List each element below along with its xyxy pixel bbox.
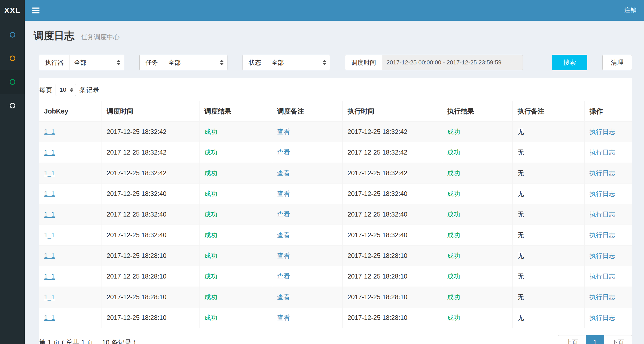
content-header: 调度日志 任务调度中心	[25, 21, 644, 43]
dispatch-remark-link[interactable]: 查看	[277, 252, 290, 259]
dispatch-result-text: 成功	[204, 293, 217, 301]
select-arrows-icon	[117, 60, 121, 65]
table-row: 1_1 2017-12-25 18:32:40 成功 查看 2017-12-25…	[39, 204, 632, 225]
table-row: 1_1 2017-12-25 18:28:10 成功 查看 2017-12-25…	[39, 266, 632, 287]
table-footer: 第 1 页 ( 总共 1 页， 10 条记录 ) 上页 1 下页	[39, 328, 632, 344]
app-logo[interactable]: XXL	[0, 0, 25, 21]
table-row: 1_1 2017-12-25 18:32:42 成功 查看 2017-12-25…	[39, 122, 632, 142]
hamburger-icon	[32, 8, 39, 13]
status-select[interactable]: 全部	[267, 55, 330, 70]
column-header-action[interactable]: 操作	[585, 101, 632, 122]
jobkey-link[interactable]: 1_1	[44, 231, 55, 239]
jobkey-link[interactable]: 1_1	[44, 273, 55, 280]
clear-button[interactable]: 清理	[602, 55, 632, 70]
jobkey-link[interactable]: 1_1	[44, 314, 55, 321]
exec-log-link[interactable]: 执行日志	[589, 190, 615, 197]
dispatch-time-text: 2017-12-25 18:32:42	[107, 149, 167, 156]
circle-outline-icon	[10, 79, 15, 85]
dispatch-remark-link[interactable]: 查看	[277, 314, 290, 321]
dispatch-remark-link[interactable]: 查看	[277, 293, 290, 301]
sidebar-item-1[interactable]	[0, 23, 25, 46]
dispatch-remark-link[interactable]: 查看	[277, 128, 290, 135]
job-filter-label: 任务	[139, 55, 164, 70]
job-select-value: 全部	[168, 58, 181, 67]
dispatch-remark-link[interactable]: 查看	[277, 273, 290, 280]
page-title: 调度日志 任务调度中心	[34, 30, 635, 43]
dispatch-result-text: 成功	[204, 211, 217, 218]
jobkey-link[interactable]: 1_1	[44, 169, 55, 177]
executor-select[interactable]: 全部	[70, 55, 124, 70]
exec-remark-text: 无	[518, 169, 524, 177]
exec-log-link[interactable]: 执行日志	[589, 169, 615, 177]
exec-time-text: 2017-12-25 18:28:10	[348, 252, 407, 259]
exec-result-text: 成功	[447, 314, 460, 321]
log-table-body: 1_1 2017-12-25 18:32:42 成功 查看 2017-12-25…	[39, 122, 632, 328]
dispatch-remark-link[interactable]: 查看	[277, 190, 290, 197]
exec-time-text: 2017-12-25 18:32:40	[348, 190, 407, 197]
exec-time-text: 2017-12-25 18:32:42	[348, 169, 407, 177]
exec-result-text: 成功	[447, 169, 460, 177]
time-range-input[interactable]	[382, 55, 523, 70]
status-select-value: 全部	[272, 58, 284, 67]
dispatch-time-text: 2017-12-25 18:28:10	[107, 293, 167, 301]
sidebar-item-2[interactable]	[0, 46, 25, 70]
search-button[interactable]: 搜索	[552, 55, 587, 70]
dispatch-remark-link[interactable]: 查看	[277, 169, 290, 177]
table-row: 1_1 2017-12-25 18:28:10 成功 查看 2017-12-25…	[39, 308, 632, 328]
page-1-button[interactable]: 1	[586, 335, 604, 344]
prev-page-button[interactable]: 上页	[558, 335, 586, 344]
exec-log-link[interactable]: 执行日志	[589, 149, 615, 156]
log-table-box: 每页 10 条记录 JobKey 调度时间 调度结果 调度备注 执行时间 执行结…	[39, 78, 632, 344]
sidebar-item-3[interactable]	[0, 70, 25, 94]
column-header-exec-result[interactable]: 执行结果	[442, 101, 513, 122]
jobkey-link[interactable]: 1_1	[44, 128, 55, 135]
jobkey-link[interactable]: 1_1	[44, 293, 55, 301]
executor-filter-label: 执行器	[39, 55, 70, 70]
jobkey-link[interactable]: 1_1	[44, 190, 55, 197]
exec-log-link[interactable]: 执行日志	[589, 293, 615, 301]
column-header-dispatch-time[interactable]: 调度时间	[102, 101, 200, 122]
column-header-dispatch-remark[interactable]: 调度备注	[272, 101, 343, 122]
exec-result-text: 成功	[447, 293, 460, 301]
dispatch-time-text: 2017-12-25 18:28:10	[107, 273, 167, 280]
column-header-exec-time[interactable]: 执行时间	[343, 101, 442, 122]
jobkey-link[interactable]: 1_1	[44, 211, 55, 218]
exec-log-link[interactable]: 执行日志	[589, 252, 615, 259]
jobkey-link[interactable]: 1_1	[44, 252, 55, 259]
dispatch-remark-link[interactable]: 查看	[277, 231, 290, 239]
exec-remark-text: 无	[518, 211, 524, 218]
select-arrows-icon	[70, 88, 73, 92]
next-page-button[interactable]: 下页	[604, 335, 632, 344]
exec-log-link[interactable]: 执行日志	[589, 273, 615, 280]
exec-log-link[interactable]: 执行日志	[589, 231, 615, 239]
logout-link[interactable]: 注销	[617, 0, 644, 21]
dispatch-time-text: 2017-12-25 18:32:42	[107, 169, 167, 177]
circle-outline-icon	[10, 103, 15, 108]
exec-log-link[interactable]: 执行日志	[589, 128, 615, 135]
pagination: 上页 1 下页	[558, 335, 632, 344]
sidebar-toggle-button[interactable]	[25, 0, 47, 21]
column-header-exec-remark[interactable]: 执行备注	[513, 101, 585, 122]
table-row: 1_1 2017-12-25 18:32:40 成功 查看 2017-12-25…	[39, 184, 632, 204]
table-row: 1_1 2017-12-25 18:28:10 成功 查看 2017-12-25…	[39, 246, 632, 266]
page-size-value: 10	[60, 86, 66, 93]
sidebar-item-4[interactable]	[0, 94, 25, 117]
exec-time-text: 2017-12-25 18:28:10	[348, 293, 407, 301]
column-header-jobkey[interactable]: JobKey	[39, 101, 102, 122]
dispatch-time-text: 2017-12-25 18:28:10	[107, 252, 167, 259]
page-size-prefix: 每页	[39, 86, 52, 94]
status-filter-group: 状态 全部	[243, 55, 330, 70]
dispatch-remark-link[interactable]: 查看	[277, 149, 290, 156]
exec-result-text: 成功	[447, 231, 460, 239]
page-size-select[interactable]: 10	[56, 84, 76, 96]
dispatch-time-text: 2017-12-25 18:32:40	[107, 231, 167, 239]
exec-log-link[interactable]: 执行日志	[589, 314, 615, 321]
select-arrows-icon	[220, 60, 224, 65]
page-size-suffix: 条记录	[79, 86, 99, 94]
exec-log-link[interactable]: 执行日志	[589, 211, 615, 218]
exec-result-text: 成功	[447, 149, 460, 156]
dispatch-remark-link[interactable]: 查看	[277, 211, 290, 218]
job-select[interactable]: 全部	[164, 55, 227, 70]
jobkey-link[interactable]: 1_1	[44, 149, 55, 156]
column-header-dispatch-result[interactable]: 调度结果	[200, 101, 272, 122]
